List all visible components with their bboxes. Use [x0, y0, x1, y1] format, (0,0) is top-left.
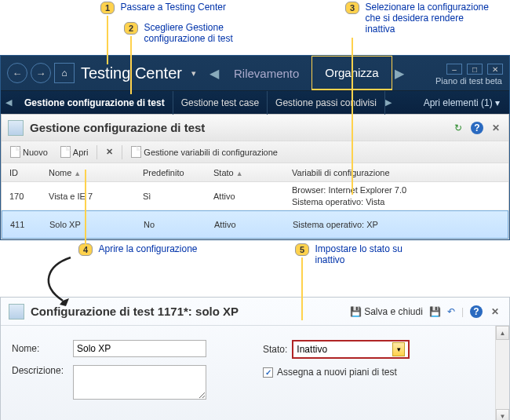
close-panel-icon[interactable]: ✕	[490, 122, 502, 134]
callouts-top: 1 Passare a Testing Center 2 Scegliere G…	[0, 0, 510, 55]
stato-select[interactable]: Inattivo ▾	[292, 340, 410, 359]
callout-tag-1: 1	[100, 2, 115, 14]
col-header-stato[interactable]: Stato▲	[213, 168, 292, 177]
cell-stato: Attivo	[213, 192, 292, 201]
window-controls: – □ ✕	[446, 71, 503, 75]
subtab-shared-steps[interactable]: Gestione passi condivisi	[268, 91, 385, 115]
scroll-up-button[interactable]: ▲	[496, 326, 509, 340]
nome-input[interactable]	[73, 340, 206, 357]
detail-icon	[9, 304, 24, 320]
chevron-down-icon: ▾	[495, 97, 500, 108]
table-row[interactable]: 411 Solo XP No Attivo Sistema operativo:…	[2, 210, 508, 239]
app-window: ← → ⌂ Testing Center ▾ ◀ Rilevamento Org…	[0, 55, 510, 240]
callout-tag-2: 2	[124, 22, 138, 35]
undo-button[interactable]: ↶	[447, 306, 455, 317]
scroll-down-button[interactable]: ▼	[496, 409, 509, 420]
cell-nome: Solo XP	[49, 220, 144, 229]
close-window-button[interactable]: ✕	[487, 64, 503, 75]
toolbar-separator	[122, 145, 122, 159]
sort-asc-icon: ▲	[236, 170, 243, 177]
vars-icon	[131, 146, 141, 158]
delete-button[interactable]: ✕	[100, 144, 118, 161]
detail-panel: Configurazione di test 1171*: solo XP 💾 …	[0, 297, 510, 420]
open-items-link[interactable]: Apri elementi (1) ▾	[424, 97, 505, 108]
table-row[interactable]: 170 Vista e IE 7 Sì Attivo Browser: Inte…	[2, 182, 508, 210]
callout-text-3: Selezionare la configurazione che si des…	[365, 2, 490, 35]
forward-button[interactable]: →	[31, 63, 51, 83]
refresh-icon[interactable]: ↻	[452, 122, 464, 134]
callout-text-4: Aprire la configurazione	[98, 243, 197, 254]
help-icon[interactable]: ?	[471, 122, 483, 134]
cell-pred: No	[144, 220, 214, 229]
col-header-nome[interactable]: Nome▲	[49, 168, 143, 177]
subtab-config[interactable]: Gestione configurazione di test	[16, 91, 173, 115]
callout-text-1: Passare a Testing Center	[120, 2, 226, 13]
tab-prev-arrow[interactable]: ◀	[207, 56, 221, 90]
new-doc-icon	[10, 146, 20, 158]
panel-icon	[8, 120, 24, 136]
callout-text-2: Scegliere Gestione configurazione di tes…	[144, 22, 261, 44]
nome-label: Nome:	[12, 343, 73, 354]
delete-icon: ✕	[106, 147, 113, 157]
new-button[interactable]: Nuovo	[5, 144, 53, 161]
toolbar-separator	[97, 145, 97, 159]
cell-vars: Browser: Internet Explorer 7.0 Sistema o…	[292, 184, 508, 207]
test-plan-label: Piano di test beta	[435, 76, 502, 86]
save-close-button[interactable]: 💾 Salva e chiudi	[350, 306, 423, 317]
title-chevron-icon: ▾	[191, 68, 196, 79]
detail-body: Nome: Descrizione: Stato: Inattivo ▾ ✓ A…	[1, 326, 509, 420]
open-button[interactable]: Apri	[55, 144, 94, 161]
tab-next-arrow[interactable]: ▶	[392, 56, 406, 90]
col-header-id[interactable]: ID	[2, 168, 49, 177]
assign-checkbox[interactable]: ✓	[263, 367, 273, 378]
grid-header: ID Nome▲ Predefinito Stato▲ Variabili di…	[2, 163, 508, 182]
curve-arrow-icon	[31, 254, 86, 312]
callout-tag-5: 5	[295, 243, 309, 256]
config-panel: Gestione configurazione di test ↻ ? ✕ Nu…	[1, 114, 509, 239]
back-button[interactable]: ←	[7, 63, 27, 83]
desc-input[interactable]	[73, 365, 206, 400]
close-detail-icon[interactable]: ✕	[489, 305, 501, 318]
manage-vars-button[interactable]: Gestione variabili di configurazione	[126, 144, 283, 161]
subtab-testcase[interactable]: Gestione test case	[173, 91, 268, 115]
subtabs: ◀ Gestione configurazione di test Gestio…	[1, 90, 509, 114]
toolbar: Nuovo Apri ✕ Gestione variabili di confi…	[2, 141, 508, 163]
subtab-next-arrow[interactable]: ▶	[385, 97, 396, 108]
sort-asc-icon: ▲	[74, 170, 81, 177]
home-button[interactable]: ⌂	[54, 63, 75, 83]
help-icon[interactable]: ?	[470, 305, 483, 318]
minimize-button[interactable]: –	[446, 64, 462, 75]
cell-nome: Vista e IE 7	[49, 192, 143, 201]
desc-label: Descrizione:	[12, 365, 73, 376]
col-header-vars[interactable]: Variabili di configurazione	[292, 168, 508, 177]
open-doc-icon	[60, 146, 71, 158]
cell-id: 170	[2, 192, 49, 201]
main-tab-group: ◀ Rilevamento Organizza ▶	[207, 56, 406, 90]
assign-label: Assegna a nuovi piani di test	[277, 367, 397, 378]
panel-header: Gestione configurazione di test ↻ ? ✕	[2, 115, 508, 141]
maximize-button[interactable]: □	[467, 64, 483, 75]
panel-title: Gestione configurazione di test	[30, 121, 452, 134]
dropdown-arrow-icon: ▾	[392, 342, 405, 356]
cell-pred: Sì	[143, 192, 213, 201]
cell-stato: Attivo	[214, 220, 293, 229]
cell-id: 411	[2, 220, 49, 229]
stato-value: Inattivo	[297, 344, 327, 355]
tab-rilevamento[interactable]: Rilevamento	[221, 56, 311, 90]
save-icon: 💾	[350, 306, 362, 317]
subtab-prev-arrow[interactable]: ◀	[5, 97, 16, 108]
col-header-pred[interactable]: Predefinito	[143, 168, 213, 177]
callout-text-5: Impostare lo stato su inattivo	[315, 243, 432, 265]
save-button[interactable]: 💾	[429, 306, 441, 317]
titlebar: ← → ⌂ Testing Center ▾ ◀ Rilevamento Org…	[1, 56, 509, 90]
cell-vars: Sistema operativo: XP	[293, 219, 508, 230]
callout-tag-3: 3	[345, 2, 359, 14]
stato-label: Stato:	[263, 344, 287, 355]
vertical-scrollbar[interactable]: ▲ ▼	[495, 326, 509, 420]
